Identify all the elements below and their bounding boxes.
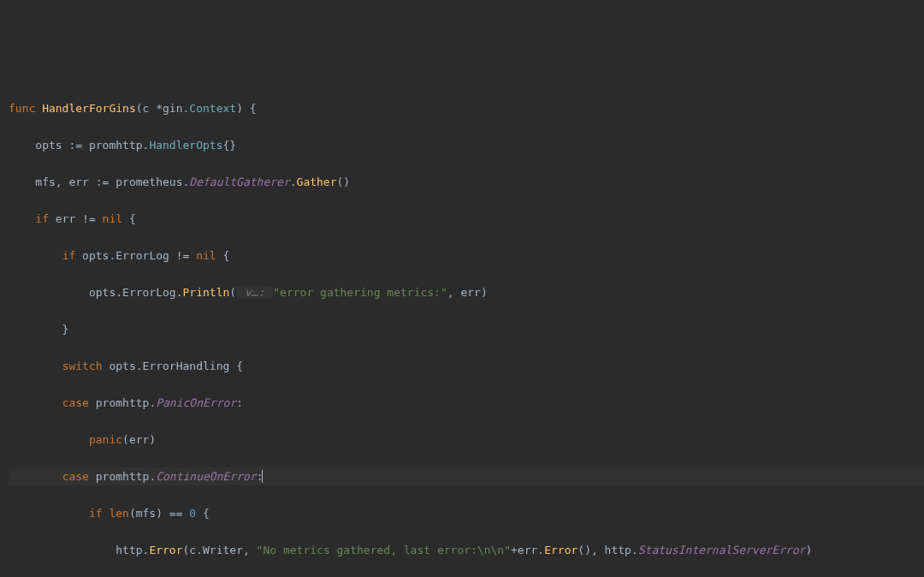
code-text bbox=[9, 470, 62, 483]
code-line[interactable]: mfs, err := prometheus.DefaultGatherer.G… bbox=[9, 173, 924, 192]
code-text: { bbox=[203, 507, 210, 520]
code-text: promhttp. bbox=[96, 396, 156, 409]
code-text: (err) bbox=[122, 433, 156, 446]
code-text: opts.ErrorLog. bbox=[9, 286, 183, 299]
code-line-active[interactable]: case promhttp.ContinueOnError: bbox=[9, 467, 924, 486]
code-line[interactable]: switch opts.ErrorHandling { bbox=[9, 357, 924, 376]
type-name: HandlerOpts bbox=[149, 139, 222, 152]
code-text: ) { bbox=[236, 102, 256, 115]
function-name: Println bbox=[183, 286, 230, 299]
code-text: ( bbox=[229, 286, 236, 299]
code-text: } bbox=[9, 323, 68, 336]
builtin: len bbox=[109, 507, 128, 520]
code-text bbox=[9, 212, 35, 225]
keyword: case bbox=[62, 396, 96, 409]
code-text: http. bbox=[9, 544, 149, 556]
code-line[interactable]: if opts.ErrorLog != nil { bbox=[9, 247, 924, 265]
code-text: promhttp. bbox=[96, 470, 156, 483]
function-name: Error bbox=[544, 544, 578, 556]
function-name: Error bbox=[149, 544, 182, 556]
text-cursor bbox=[262, 470, 263, 483]
string-literal: "No metrics gathered, last error:\n\n" bbox=[257, 544, 511, 556]
code-text bbox=[9, 507, 89, 520]
keyword: switch bbox=[62, 360, 110, 372]
code-text: ) bbox=[805, 544, 812, 556]
keyword: if bbox=[35, 212, 55, 225]
code-line[interactable]: panic(err) bbox=[9, 431, 924, 449]
code-text bbox=[9, 396, 62, 409]
code-text: opts.ErrorHandling { bbox=[109, 360, 243, 372]
keyword: nil bbox=[103, 212, 129, 225]
constant: DefaultGatherer bbox=[189, 175, 289, 188]
constant: PanicOnError bbox=[156, 396, 236, 409]
code-editor[interactable]: func HandlerForGins(c *gin.Context) { op… bbox=[9, 80, 924, 577]
code-text: err != bbox=[56, 212, 103, 225]
code-line[interactable]: if len(mfs) == 0 { bbox=[9, 504, 924, 523]
code-text bbox=[9, 249, 62, 262]
code-text: { bbox=[222, 249, 229, 262]
string-literal: "error gathering metrics:" bbox=[273, 286, 447, 299]
code-text: . bbox=[290, 175, 297, 188]
keyword: if bbox=[89, 507, 109, 520]
code-text: +err. bbox=[511, 544, 544, 556]
code-line[interactable]: } bbox=[9, 320, 924, 339]
code-text: (c.Writer, bbox=[183, 544, 257, 556]
keyword: panic bbox=[89, 433, 122, 446]
code-line[interactable]: opts.ErrorLog.Println( v…: "error gather… bbox=[9, 283, 924, 302]
code-text: () bbox=[337, 175, 351, 188]
code-text bbox=[9, 433, 89, 446]
function-name: HandlerForGins bbox=[42, 102, 136, 115]
code-line[interactable]: func HandlerForGins(c *gin.Context) { bbox=[9, 99, 924, 118]
keyword: if bbox=[62, 249, 82, 262]
parameter-hint: v…: bbox=[236, 286, 273, 299]
code-line[interactable]: http.Error(c.Writer, "No metrics gathere… bbox=[9, 541, 924, 560]
code-text: : bbox=[236, 396, 243, 409]
keyword: nil bbox=[196, 249, 222, 262]
code-text: mfs, err := prometheus. bbox=[9, 175, 189, 188]
code-text: (), http. bbox=[578, 544, 637, 556]
keyword: func bbox=[9, 102, 42, 115]
code-text: , err) bbox=[447, 286, 488, 299]
code-text: (c *gin. bbox=[136, 102, 190, 115]
code-text: opts.ErrorLog != bbox=[82, 249, 196, 262]
code-line[interactable]: case promhttp.PanicOnError: bbox=[9, 394, 924, 413]
code-text: opts := promhttp. bbox=[9, 139, 149, 152]
code-text: {} bbox=[222, 139, 236, 152]
type-name: Context bbox=[189, 102, 236, 115]
code-text bbox=[9, 360, 62, 372]
code-line[interactable]: if err != nil { bbox=[9, 210, 924, 229]
keyword: case bbox=[62, 470, 96, 483]
code-text: { bbox=[129, 212, 136, 225]
constant: ContinueOnError bbox=[156, 470, 256, 483]
code-text: (mfs) == bbox=[129, 507, 189, 520]
constant: StatusInternalServerError bbox=[638, 544, 806, 556]
function-name: Gather bbox=[297, 175, 337, 188]
code-line[interactable]: opts := promhttp.HandlerOpts{} bbox=[9, 136, 924, 155]
number-literal: 0 bbox=[189, 507, 203, 520]
